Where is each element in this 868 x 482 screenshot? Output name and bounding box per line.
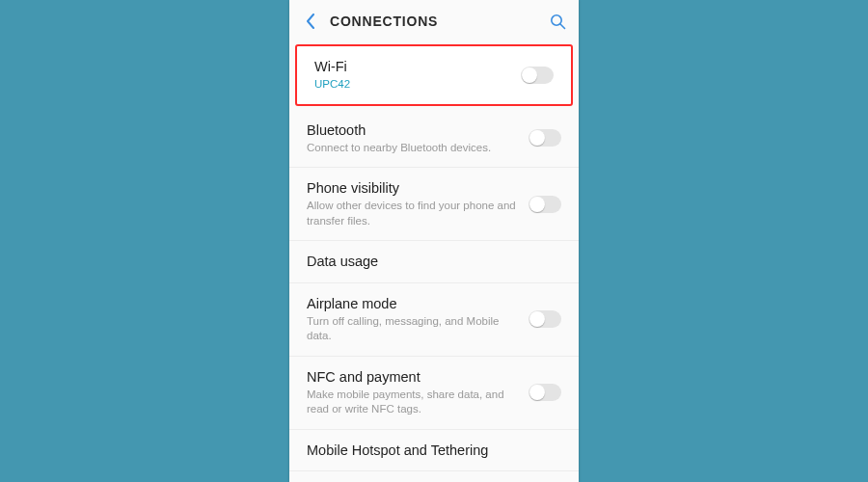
settings-item-data-usage[interactable]: Data usage — [289, 240, 579, 281]
settings-item-mobile-networks[interactable]: Mobile networks — [289, 470, 579, 482]
item-label: Airplane mode — [307, 295, 521, 312]
item-subtext: UPC42 — [314, 77, 513, 93]
bluetooth-toggle[interactable] — [529, 129, 561, 147]
item-subtext: Turn off calling, messaging, and Mobile … — [307, 314, 521, 344]
chevron-left-icon — [306, 13, 315, 29]
item-label: Data usage — [307, 253, 561, 270]
item-subtext: Connect to nearby Bluetooth devices. — [307, 141, 521, 156]
airplane-mode-toggle[interactable] — [529, 310, 561, 328]
page-title: CONNECTIONS — [330, 13, 438, 29]
phone-visibility-toggle[interactable] — [529, 196, 561, 213]
stage: CONNECTIONS Wi-Fi UPC42 Bluetooth Connec… — [0, 0, 868, 482]
nfc-toggle[interactable] — [529, 384, 561, 401]
item-subtext: Make mobile payments, share data, and re… — [307, 388, 521, 417]
back-button[interactable] — [301, 12, 320, 31]
search-button[interactable] — [548, 12, 567, 31]
settings-item-airplane-mode[interactable]: Airplane mode Turn off calling, messagin… — [289, 282, 579, 356]
item-label: NFC and payment — [307, 368, 521, 386]
settings-item-wifi[interactable]: Wi-Fi UPC42 — [295, 44, 573, 106]
search-icon — [550, 13, 566, 30]
header: CONNECTIONS — [289, 0, 579, 42]
item-label: Wi-Fi — [314, 58, 513, 75]
item-label: Phone visibility — [307, 179, 521, 197]
item-label: Bluetooth — [307, 121, 521, 139]
phone-screen: CONNECTIONS Wi-Fi UPC42 Bluetooth Connec… — [289, 0, 579, 482]
settings-item-nfc[interactable]: NFC and payment Make mobile payments, sh… — [289, 356, 579, 429]
svg-line-1 — [560, 24, 565, 29]
settings-list: Wi-Fi UPC42 Bluetooth Connect to nearby … — [289, 44, 579, 482]
settings-item-hotspot[interactable]: Mobile Hotspot and Tethering — [289, 429, 579, 470]
item-label: Mobile Hotspot and Tethering — [307, 442, 561, 459]
settings-item-bluetooth[interactable]: Bluetooth Connect to nearby Bluetooth de… — [289, 110, 579, 168]
item-subtext: Allow other devices to find your phone a… — [307, 199, 521, 228]
wifi-toggle[interactable] — [521, 67, 554, 84]
settings-item-phone-visibility[interactable]: Phone visibility Allow other devices to … — [289, 167, 579, 240]
